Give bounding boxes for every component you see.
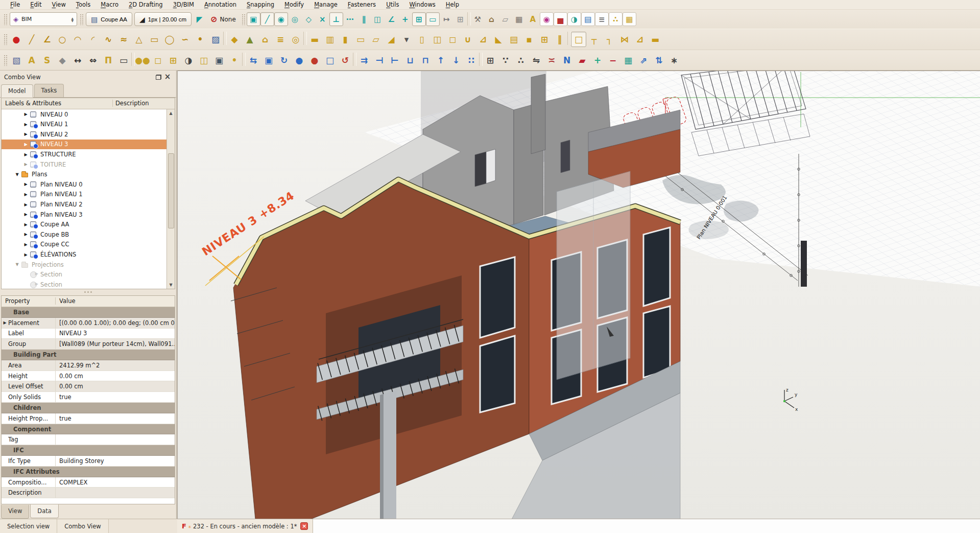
tab-tasks[interactable]: Tasks	[34, 84, 64, 97]
toolbar-separator[interactable]	[223, 32, 227, 45]
tree-header-labels[interactable]: Labels & Attributes	[2, 100, 113, 107]
expand-arrow-icon[interactable]	[2, 350, 8, 360]
arch-beam-icon[interactable]: ▭	[353, 32, 368, 47]
tree-scrollbar[interactable]: ▲ ▼	[166, 109, 175, 289]
draft-array-icon[interactable]: ⊞	[165, 53, 181, 68]
scroll-down-icon[interactable]: ▼	[168, 281, 175, 289]
menu-item[interactable]: Modify	[279, 0, 309, 9]
arch-fence-icon[interactable]: ‖	[552, 32, 567, 47]
property-group-ifc-attributes[interactable]: IFC Attributes	[2, 467, 175, 477]
property-row-ifc-type[interactable]: Ifc Type Building Storey	[2, 456, 175, 467]
property-row-only-solids[interactable]: Only Solids true	[2, 392, 175, 403]
tree-item-plan-niveau-3[interactable]: ▶ Plan NIVEAU 3	[2, 210, 166, 220]
trim-icon[interactable]: ⊣	[372, 53, 387, 68]
arch-roof2-icon[interactable]: ◣	[491, 32, 506, 47]
toolbar-grip[interactable]	[242, 14, 245, 25]
expand-arrow-icon[interactable]	[2, 456, 8, 466]
rotate-ccw-icon[interactable]: ↺	[338, 53, 353, 68]
draft-hatch2-icon[interactable]: ◆	[55, 53, 70, 68]
snap-intersection-icon[interactable]: ×	[316, 12, 329, 26]
draft-join-points-icon[interactable]: ●●	[135, 53, 150, 68]
toolbar-separator[interactable]	[567, 32, 571, 45]
draft-arc-icon[interactable]: ◠	[70, 32, 85, 47]
arch-wall-icon[interactable]: ▬	[307, 32, 322, 47]
toolbar-separator[interactable]	[353, 53, 356, 66]
arch-panel-icon[interactable]: ▤	[506, 32, 521, 47]
expand-arrow-icon[interactable]: ▶	[22, 122, 30, 127]
property-group-building-part[interactable]: Building Part	[2, 350, 175, 360]
arch-window-icon[interactable]: ◫	[429, 32, 445, 47]
tree-item-section-1[interactable]: Section	[2, 269, 166, 280]
point-tool-icon[interactable]: •	[227, 53, 242, 68]
close-panel-button[interactable]: ×	[163, 73, 172, 81]
draft-bezier-icon[interactable]: ≈	[116, 32, 131, 47]
property-header-property[interactable]: Property	[2, 297, 56, 305]
menu-item[interactable]: Manage	[309, 0, 343, 9]
draft-polygon-icon[interactable]: △	[131, 32, 147, 47]
material-icon[interactable]: ◉	[540, 12, 554, 26]
toolbar-separator[interactable]	[479, 53, 483, 66]
layers-icon[interactable]: ≡	[595, 12, 609, 26]
toolbar-separator[interactable]	[467, 12, 471, 26]
bim-windows-icon[interactable]: ▦	[512, 12, 526, 26]
arch-curtain-wall-icon[interactable]: ▥	[322, 32, 338, 47]
combo-view-titlebar[interactable]: Combo View ×	[0, 71, 176, 84]
expand-arrow-icon[interactable]: ▶	[22, 202, 30, 207]
ortho-array-icon[interactable]: ⊞	[483, 53, 498, 68]
toolbar-separator[interactable]	[242, 53, 246, 66]
toggle-dimension-icon[interactable]: ↦	[440, 12, 453, 26]
menu-item[interactable]: Macro	[95, 0, 124, 9]
snap-parallel-icon[interactable]: ∥	[357, 12, 371, 26]
expand-arrow-icon[interactable]	[2, 403, 8, 413]
expand-arrow-icon[interactable]: ▶	[22, 162, 30, 167]
dropdown-arrow-icon[interactable]: ▾	[399, 32, 414, 47]
scrollbar-thumb[interactable]	[168, 153, 174, 229]
tree-item-plan-niveau-1[interactable]: ▶ Plan NIVEAU 1	[2, 190, 166, 200]
draft-bench-icon[interactable]: Π	[101, 53, 116, 68]
workbench-selector[interactable]: ◈ BIM ▲▼	[10, 12, 77, 26]
toolbar-grip[interactable]	[80, 14, 83, 25]
draft-spline-icon[interactable]: ∿	[101, 32, 116, 47]
tree-item-plan-niveau-0[interactable]: ▶ Plan NIVEAU 0	[2, 179, 166, 190]
offset-icon[interactable]: ⇉	[356, 53, 372, 68]
expand-arrow-icon[interactable]	[2, 434, 8, 445]
tab-data[interactable]: Data	[30, 504, 58, 518]
menu-item[interactable]: Edit	[25, 0, 46, 9]
arch-building-icon[interactable]: ⌂	[257, 32, 273, 47]
extend-icon[interactable]: ⊢	[387, 53, 402, 68]
annotation-styles-icon[interactable]: A	[526, 12, 540, 26]
property-group-component[interactable]: Component	[2, 424, 175, 435]
aperture-icon[interactable]: ◑	[181, 53, 196, 68]
facebinder-icon[interactable]: ▰	[575, 53, 590, 68]
draft-bspline-icon[interactable]: ∽	[177, 32, 193, 47]
tree-item-plans[interactable]: ▼ Plans	[2, 169, 166, 179]
working-plane-icon[interactable]: ▭	[426, 12, 440, 26]
property-row-tag[interactable]: Tag	[2, 434, 175, 445]
menu-item[interactable]: Tools	[71, 0, 95, 9]
arch-project-icon[interactable]: ◆	[227, 32, 242, 47]
mirror-icon[interactable]: ⇋	[529, 53, 544, 68]
arch-profile-icon[interactable]: ┐	[602, 32, 617, 47]
expand-arrow-icon[interactable]: ▶	[22, 152, 30, 157]
downgrade-icon[interactable]: ↓	[448, 53, 464, 68]
expand-arrow-icon[interactable]: ▶	[22, 192, 30, 197]
rotate-icon[interactable]: ↻	[276, 53, 292, 68]
arch-ifc-icon[interactable]: ◎	[288, 32, 303, 47]
arch-pipe-icon[interactable]: ∪	[460, 32, 475, 47]
document-tab[interactable]: F 232 - En cours - ancien modèle : 1* ×	[177, 519, 313, 533]
dimension-chain-icon[interactable]: ⇔	[85, 53, 101, 68]
orbit-icon[interactable]: ●	[292, 53, 307, 68]
arch-box-icon[interactable]: □	[571, 32, 586, 47]
property-row-area[interactable]: Area 2412.99 m^2	[2, 360, 175, 371]
join-icon[interactable]: ⊔	[402, 53, 418, 68]
expand-arrow-icon[interactable]	[2, 477, 8, 488]
expand-arrow-icon[interactable]: ▼	[13, 262, 21, 267]
arch-stairs-icon[interactable]: ⊿	[475, 32, 491, 47]
expand-arrow-icon[interactable]: ▶	[22, 212, 30, 217]
snap-endpoint-icon[interactable]: ╱	[260, 12, 274, 26]
tree-item-plan-niveau-2[interactable]: ▶ Plan NIVEAU 2	[2, 199, 166, 210]
image-plane-icon[interactable]: ▧	[9, 53, 24, 68]
nodes-icon[interactable]: ∴	[609, 12, 623, 26]
expand-arrow-icon[interactable]: ▶	[22, 232, 30, 237]
bim-project-icon[interactable]: ⌂	[485, 12, 498, 26]
